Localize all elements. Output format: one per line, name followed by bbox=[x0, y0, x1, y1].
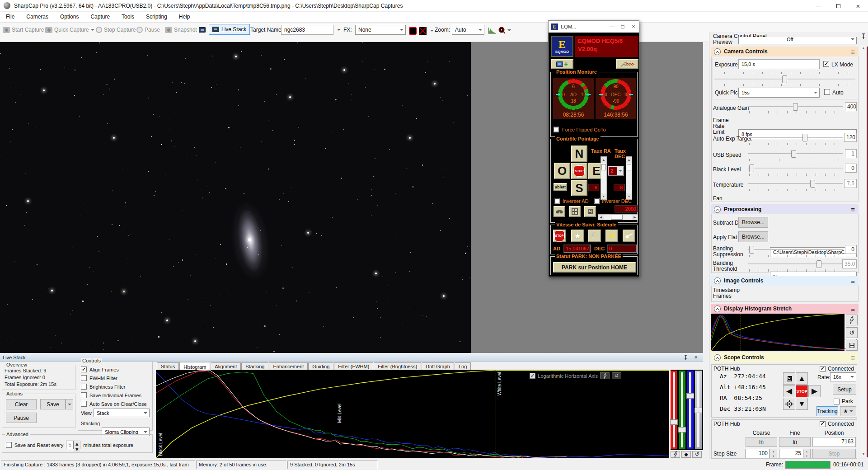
red-level-slider[interactable] bbox=[671, 371, 677, 449]
banding-value[interactable]: 0 bbox=[845, 245, 857, 254]
rate-dropdown[interactable]: 16x bbox=[830, 372, 856, 381]
auto-exp-value[interactable]: 120 bbox=[844, 133, 857, 142]
section-scope-controls[interactable]: Scope Controls ≡ bbox=[711, 352, 859, 362]
maximize-button[interactable] bbox=[828, 0, 848, 12]
hub1-connected-checkbox[interactable] bbox=[820, 366, 826, 372]
tracking-rate-button[interactable]: ★ bbox=[840, 406, 856, 416]
blue-level-slider[interactable] bbox=[687, 371, 694, 449]
scope-left-button[interactable]: ◀ bbox=[783, 385, 795, 397]
collapse-icon[interactable] bbox=[714, 354, 721, 361]
temperature-slider[interactable] bbox=[748, 179, 843, 188]
lunar-rate-button[interactable]: ☾ bbox=[588, 230, 601, 242]
white-level-line[interactable]: White Level bbox=[496, 370, 496, 458]
pin-icon[interactable] bbox=[861, 33, 866, 39]
clear-selection-icon[interactable] bbox=[419, 27, 427, 35]
save-individual-frames-checkbox[interactable] bbox=[81, 392, 87, 398]
taux-ra-scrollbar[interactable]: ▲▼ bbox=[601, 156, 607, 200]
eqmod-maximize-button[interactable]: □ bbox=[617, 24, 628, 30]
find-button[interactable] bbox=[554, 206, 565, 217]
reticle-tool-button[interactable] bbox=[498, 25, 511, 35]
snapshot-button[interactable]: Snapshot bbox=[165, 25, 197, 35]
goto-target-button[interactable] bbox=[783, 398, 795, 410]
zoom-dropdown[interactable]: Auto bbox=[452, 25, 484, 35]
section-image-controls[interactable]: Image Controls ≡ bbox=[711, 276, 859, 286]
eqmod-setup-button[interactable]: >>> bbox=[616, 59, 638, 69]
section-histogram-stretch[interactable]: Display Histogram Stretch ≡ bbox=[711, 304, 859, 314]
histogram-tool-button[interactable] bbox=[488, 25, 496, 35]
mid-level-line[interactable]: Mid Level bbox=[336, 370, 336, 458]
quick-picks-dropdown[interactable]: 15s bbox=[738, 88, 820, 98]
tab-enhancement[interactable]: Enhancement bbox=[269, 362, 308, 370]
banding-slider[interactable] bbox=[748, 245, 843, 254]
tracking-stop-button[interactable]: STOP bbox=[553, 230, 566, 242]
slew-south-button[interactable]: S bbox=[571, 180, 587, 196]
setup-button[interactable]: Setup bbox=[833, 385, 856, 395]
park-home-button[interactable]: PARK sur Position HOME bbox=[553, 262, 636, 273]
coarse-in-button[interactable]: In bbox=[746, 437, 777, 447]
vitesse-dec-value[interactable]: 0 bbox=[607, 244, 637, 253]
stretch-histogram[interactable] bbox=[711, 314, 845, 351]
eqmod-close-button[interactable]: × bbox=[628, 24, 639, 30]
reset-stretch-button[interactable]: ↺ bbox=[846, 327, 858, 338]
selection-area-icon[interactable] bbox=[409, 27, 417, 35]
midpoint-button[interactable]: ◆ bbox=[681, 451, 691, 458]
position-value[interactable]: 7163 bbox=[812, 437, 856, 447]
auto-stretch-button[interactable] bbox=[671, 451, 680, 458]
force-flipped-checkbox[interactable] bbox=[553, 127, 559, 132]
eqmod-display-button[interactable]: + bbox=[551, 59, 573, 69]
taux-dec-scrollbar[interactable]: ▲▼ bbox=[626, 156, 632, 200]
fx-dropdown[interactable]: None bbox=[355, 25, 406, 35]
dec-rate-dropdown[interactable]: 2 bbox=[608, 166, 624, 176]
target-name-input[interactable]: ngc2683 bbox=[281, 25, 333, 35]
fine-step-spinner[interactable]: 25▲▼ bbox=[779, 449, 811, 459]
menu-icon[interactable]: ≡ bbox=[851, 206, 855, 213]
view-dropdown[interactable]: Stack bbox=[94, 409, 150, 417]
eqmod-title-bar[interactable]: E EQM... — □ × bbox=[549, 21, 639, 33]
tab-filter-brightness-[interactable]: Filter (Brightness) bbox=[374, 362, 421, 370]
spiral-search-button[interactable] bbox=[783, 372, 795, 385]
minimize-button[interactable] bbox=[808, 0, 828, 12]
stretch-mid-level-line[interactable] bbox=[741, 314, 741, 351]
ablett-button[interactable]: ablett bbox=[554, 183, 567, 191]
save-button[interactable]: Save bbox=[40, 399, 66, 409]
vitesse-ad-value[interactable]: 15,041067 bbox=[563, 244, 591, 253]
slew-north-button[interactable]: N bbox=[571, 146, 587, 162]
black-level-value[interactable]: 0 bbox=[845, 164, 857, 173]
close-icon[interactable]: × bbox=[694, 354, 698, 361]
fine-in-button[interactable]: In bbox=[779, 437, 811, 447]
limit-scrollbar[interactable]: ◀ ▶ bbox=[598, 214, 638, 220]
inverser-dec-checkbox[interactable] bbox=[594, 198, 600, 204]
exposure-input[interactable]: 15,0 s bbox=[738, 59, 820, 69]
spiral-search-button[interactable] bbox=[584, 206, 596, 217]
fwhm-filter-checkbox[interactable] bbox=[81, 375, 87, 381]
usb-speed-slider[interactable] bbox=[748, 149, 843, 158]
auto-exp-slider[interactable] bbox=[748, 133, 843, 142]
tracking-button[interactable]: Tracking bbox=[816, 406, 838, 416]
auto-exposure-checkbox[interactable] bbox=[824, 89, 830, 95]
clear-button[interactable]: Clear bbox=[6, 399, 37, 409]
scope-down-button[interactable]: ▼ bbox=[796, 398, 808, 410]
save-dropdown-button[interactable] bbox=[66, 399, 73, 409]
menu-icon[interactable]: ≡ bbox=[851, 354, 855, 362]
green-level-slider[interactable] bbox=[679, 371, 685, 449]
menu-item-file[interactable]: File bbox=[0, 12, 20, 22]
menu-item-cameras[interactable]: Cameras bbox=[20, 12, 54, 22]
tab-guiding[interactable]: Guiding bbox=[308, 362, 333, 370]
display-mode-button[interactable] bbox=[199, 25, 206, 35]
auto-save-on-clear-close-checkbox[interactable] bbox=[81, 401, 87, 407]
reset-button[interactable]: ↺ bbox=[612, 372, 621, 379]
sidereal-rate-button[interactable]: ★ bbox=[571, 230, 584, 242]
target-dropdown-icon[interactable] bbox=[337, 29, 341, 31]
close-button[interactable]: × bbox=[848, 0, 868, 12]
coarse-step-spinner[interactable]: 100▲▼ bbox=[746, 449, 777, 459]
lx-mode-checkbox[interactable] bbox=[823, 61, 829, 67]
section-camera-controls[interactable]: Camera Controls ≡ bbox=[711, 47, 859, 56]
exposure-slider[interactable] bbox=[714, 75, 855, 84]
collapse-icon[interactable] bbox=[714, 206, 721, 213]
reset-button[interactable]: ↺ bbox=[692, 451, 702, 458]
tab-alignment[interactable]: Alignment bbox=[211, 362, 241, 370]
quick-capture-button[interactable]: Quick Capture bbox=[45, 25, 94, 35]
tab-log[interactable]: Log bbox=[455, 362, 471, 370]
menu-item-tools[interactable]: Tools bbox=[116, 12, 140, 22]
tab-stacking[interactable]: Stacking bbox=[241, 362, 268, 370]
